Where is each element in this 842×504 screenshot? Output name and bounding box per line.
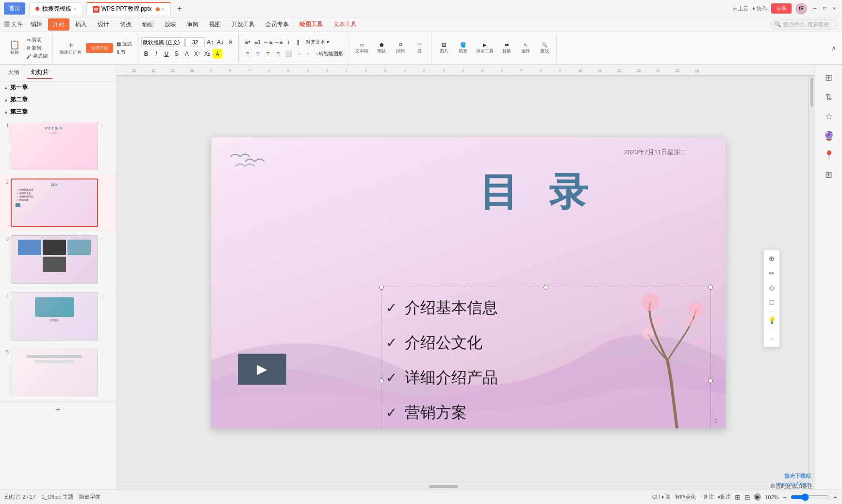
- format-painter-btn[interactable]: 🖌 格式刷: [25, 52, 50, 60]
- line-spacing-btn[interactable]: ↕: [283, 37, 293, 47]
- vscroll-thumb[interactable]: [810, 78, 813, 107]
- font-name-input[interactable]: [141, 37, 185, 47]
- font-size-input[interactable]: [185, 37, 205, 47]
- tab-insert[interactable]: 插入: [70, 18, 92, 31]
- float-vertex-btn[interactable]: ◇: [765, 281, 778, 294]
- arc-btn[interactable]: ◠ 弧: [411, 41, 428, 56]
- subscript-btn[interactable]: X₂: [202, 49, 212, 59]
- tab2-close-icon[interactable]: ×: [162, 6, 165, 12]
- content-item-2[interactable]: ✓ 介绍公文化: [386, 332, 696, 354]
- slide-item-4[interactable]: 4 景观图片 ☆: [0, 288, 116, 345]
- tab-animation[interactable]: 动画: [137, 18, 159, 31]
- copy-btn[interactable]: ⧉ 复制: [25, 44, 50, 52]
- smart-shape-btn[interactable]: ⬦转智能图形: [314, 50, 345, 58]
- zoom-slider[interactable]: [791, 493, 829, 501]
- align-text-btn[interactable]: 对齐文本 ▾: [304, 38, 331, 46]
- sidebar-template-tool[interactable]: ⊞: [820, 69, 838, 86]
- file-menu[interactable]: ☰ 文件: [4, 20, 23, 29]
- tab-review[interactable]: 审阅: [182, 18, 203, 31]
- ribbon-collapse-btn[interactable]: ∧: [828, 44, 839, 52]
- layout-btn[interactable]: ▦ 版式: [115, 40, 134, 48]
- distributed-btn[interactable]: ⬜: [283, 49, 293, 59]
- minimize-btn[interactable]: ─: [811, 5, 819, 13]
- float-layer-btn[interactable]: ⊕: [765, 252, 778, 265]
- present-tool-btn[interactable]: ▶ 演示工具: [473, 41, 496, 56]
- slide-thumb-2[interactable]: 目录 ✓ 介绍基本信息 ✓ 介绍公文化 ✓ 详细介绍产品 ✓ 营销方案: [11, 179, 98, 227]
- outline-chapter-1[interactable]: 第一章: [0, 81, 116, 94]
- strikethrough-btn[interactable]: S: [172, 49, 182, 59]
- user-avatar[interactable]: tE: [795, 3, 807, 15]
- decrease-indent-btn[interactable]: ←≡: [263, 37, 273, 47]
- home-tab[interactable]: 首页: [4, 2, 25, 15]
- tab-start[interactable]: 开始: [48, 18, 69, 31]
- cloud-save-btn[interactable]: 未上云: [732, 5, 748, 12]
- highlight-btn[interactable]: A: [213, 49, 222, 59]
- font-color-btn[interactable]: A: [182, 49, 192, 59]
- replace-btn[interactable]: ⇄ 替换: [498, 41, 515, 56]
- numbered-list-btn[interactable]: ≡1: [253, 37, 263, 47]
- close-btn[interactable]: ×: [830, 5, 838, 13]
- slide-thumb-1[interactable]: PPT练习 — PPT —: [11, 122, 98, 170]
- float-bulb-btn[interactable]: 💡: [765, 313, 778, 327]
- section-btn[interactable]: § 节: [115, 49, 134, 56]
- view-normal-icon[interactable]: ⊞: [735, 493, 741, 501]
- columns-btn[interactable]: ⫿: [294, 37, 303, 47]
- tab-find-template[interactable]: 找搜壳模板 ×: [29, 2, 83, 15]
- slide-thumb-4[interactable]: 景观图片: [11, 292, 98, 341]
- canvas-area[interactable]: 2023年7月11日星期二 目 录 ✓ 介绍基本信息: [116, 76, 815, 489]
- slide-title[interactable]: 目 录: [400, 166, 677, 219]
- add-slide-btn[interactable]: +: [0, 402, 116, 418]
- increase-indent-btn[interactable]: →≡: [273, 37, 283, 47]
- beautify-btn[interactable]: 智能美化: [675, 493, 696, 501]
- picture-btn[interactable]: 🖼 图片: [435, 41, 453, 56]
- align-right-btn[interactable]: ≡: [263, 49, 273, 59]
- cut-btn[interactable]: ✂ 剪切: [25, 36, 50, 44]
- sidebar-magic-tool[interactable]: 🔮: [820, 127, 838, 145]
- sidebar-favorite-tool[interactable]: ☆: [820, 108, 838, 125]
- zoom-out-btn[interactable]: −: [783, 493, 787, 501]
- tab-draw-tool[interactable]: 绘图工具: [295, 18, 328, 31]
- tab-text-tool[interactable]: 文本工具: [329, 18, 362, 31]
- search-bar[interactable]: 🔍 查找命令, 搜索模板: [770, 19, 838, 30]
- tab1-close-icon[interactable]: ×: [73, 6, 76, 12]
- slide-item-3[interactable]: 3 ☆: [0, 231, 116, 288]
- view-grid-icon[interactable]: ⊟: [744, 493, 750, 501]
- align-center-btn[interactable]: ≡: [253, 49, 263, 59]
- share-button[interactable]: 分享: [771, 3, 792, 14]
- clear-format-btn[interactable]: ✕: [226, 37, 235, 47]
- text-box-btn[interactable]: ▭ 文本框: [352, 41, 371, 56]
- input-mode[interactable]: CH ♦ 简: [652, 493, 671, 501]
- align-left-btn[interactable]: ≡: [243, 49, 252, 59]
- tab-edit[interactable]: 编辑: [26, 18, 47, 31]
- slide-item-5[interactable]: 5 ☆: [0, 345, 116, 402]
- content-item-3[interactable]: ✓ 详细介绍产品: [386, 367, 696, 389]
- paste-btn[interactable]: 📋 粘贴: [6, 39, 23, 57]
- slide-item-2[interactable]: 2 目录 ✓ 介绍基本信息 ✓ 介绍公文化 ✓ 详细介绍产品 ✓ 营销方案 ☆: [0, 175, 116, 231]
- arrange-btn[interactable]: ⧉ 排列: [392, 40, 409, 56]
- sidebar-layout-tool[interactable]: ⇅: [820, 88, 838, 106]
- underline-btn[interactable]: U: [162, 49, 171, 59]
- italic-btn[interactable]: I: [151, 49, 161, 59]
- indent-more-btn[interactable]: →: [294, 49, 303, 59]
- add-tab-button[interactable]: +: [175, 4, 184, 14]
- float-crop-btn[interactable]: □: [765, 295, 778, 309]
- tab-member[interactable]: 会员专享: [261, 18, 294, 31]
- find-btn[interactable]: 🔍 查找: [536, 41, 553, 56]
- float-edit-btn[interactable]: ✏: [765, 266, 778, 280]
- slide-item-1[interactable]: 1 PPT练习 — PPT — ☆: [0, 118, 116, 175]
- zoom-in-btn[interactable]: +: [833, 493, 837, 501]
- content-item-4[interactable]: ✓ 营销方案: [386, 402, 696, 423]
- tab-slideshow[interactable]: 放映: [160, 18, 181, 31]
- hscroll-thumb[interactable]: [429, 485, 458, 488]
- font-decrease-btn[interactable]: A↓: [215, 37, 225, 47]
- video-placeholder[interactable]: ▶: [238, 354, 286, 385]
- content-item-1[interactable]: ✓ 介绍基本信息: [386, 297, 696, 319]
- sidebar-location-tool[interactable]: 📍: [820, 146, 838, 164]
- justify-btn[interactable]: ≡: [273, 49, 283, 59]
- sidebar-more-tool[interactable]: ⊞: [820, 166, 838, 183]
- play-btn-status[interactable]: ▶: [754, 493, 761, 501]
- outline-chapter-2[interactable]: 第二章: [0, 94, 116, 106]
- shape-btn[interactable]: ⬟ 形状: [373, 41, 390, 56]
- font-increase-btn[interactable]: A↑: [205, 37, 215, 47]
- horizontal-scrollbar[interactable]: 单击此处添加备注: [116, 483, 815, 489]
